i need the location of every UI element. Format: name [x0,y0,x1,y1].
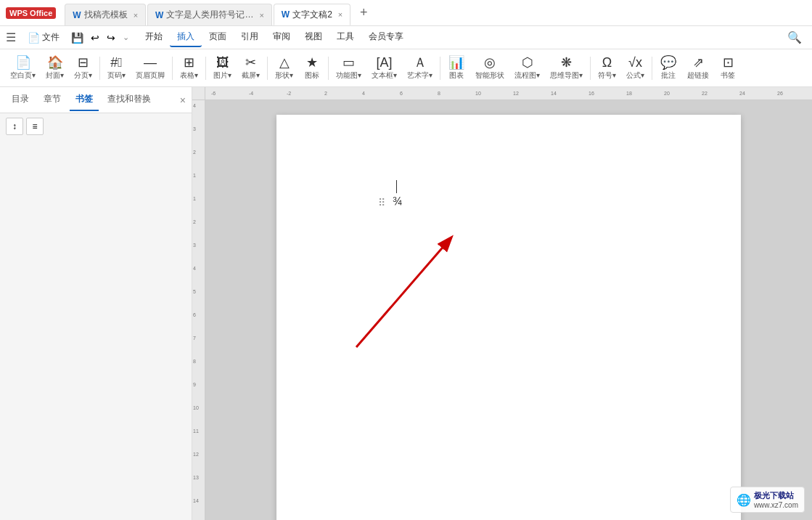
tab-tab1[interactable]: W找稿壳模板× [65,4,146,25]
toolbar-btn-hyperlink[interactable]: ⇗超链接 [683,54,713,83]
h-ruler-label: 14 [551,91,557,96]
save-icon[interactable]: 💾 [68,31,86,45]
toolbar-btn-comment[interactable]: 💬批注 [655,54,681,83]
toolbar-btn-shapes[interactable]: △形状▾ [271,54,298,83]
toolbar-btn-mindmap[interactable]: ❋思维导图▾ [546,54,587,83]
formula-icon: √x [628,56,642,69]
sidebar-tab-bar: 目录章节书签查找和替换× [0,87,192,113]
cover-icon: 🏠 [47,56,63,69]
h-ruler-label: 22 [702,91,708,96]
v-ruler-label: 2 [193,219,196,224]
tab-close-tab3[interactable]: × [338,10,343,19]
document-page[interactable]: ⠿ ¾ [276,115,741,520]
menu-items: 开始插入页面引用审阅视图工具会员专享 [138,28,411,47]
toolbar-btn-art-text[interactable]: Ａ艺术字▾ [403,54,437,83]
sidebar-tab-bookmark[interactable]: 书签 [70,89,99,111]
mindmap-icon: ❋ [561,56,572,69]
table-icon: ⊞ [184,56,194,69]
toolbar-btn-blank-page[interactable]: 📄空白页▾ [6,54,40,83]
screenshot-icon: ✂ [245,56,256,69]
watermark-logo-icon: 🌐 [737,493,751,507]
tab-label-tab3: 文字文稿2 [292,9,332,21]
comment-icon: 💬 [660,56,676,69]
horizontal-ruler: -6-4-224681012141618202224262830 [205,87,812,100]
document-scroll-area[interactable]: ⠿ ¾ [205,100,812,520]
search-icon[interactable]: 🔍 [783,29,806,46]
v-ruler-label: 11 [193,428,199,434]
blank-page-icon: 📄 [15,56,31,69]
sidebar-tab-chapter[interactable]: 章节 [38,89,67,111]
ruler-area: -6-4-224681012141618202224262830 4321123… [192,87,812,520]
tab-bar: W找稿壳模板×W文字是人类用符号记录表达信息以…×W文字文稿2× [65,0,350,25]
toolbar-btn-smartshape[interactable]: ◎智能形状 [471,54,509,83]
toolbar-btn-picture[interactable]: 🖼图片▾ [209,54,236,83]
v-ruler-label: 8 [193,359,196,364]
tab-tab2[interactable]: W文字是人类用符号记录表达信息以…× [147,4,272,25]
toolbar-btn-chart[interactable]: 📊图表 [443,54,469,83]
v-ruler-label: 13 [193,475,199,480]
tab-tab3[interactable]: W文字文稿2× [274,4,350,25]
sidebar-close-button[interactable]: × [180,94,186,106]
toolbar-btn-textbox[interactable]: ▭功能图▾ [332,54,366,83]
toolbar-btn-textbox2[interactable]: [A]文本框▾ [367,54,401,83]
menu-file-label: 文件 [42,31,60,44]
hamburger-menu[interactable]: ☰ [6,31,16,44]
v-ruler-label: 1 [193,196,196,201]
new-tab-button[interactable]: + [353,3,374,23]
v-ruler-label: 6 [193,312,196,317]
tab-label-tab2: 文字是人类用符号记录表达信息以… [166,9,253,21]
h-ruler-label: 6 [400,91,403,96]
sort-bookmark-button[interactable]: ↕ [6,118,23,135]
header-footer-icon: — [144,56,157,69]
red-arrow-annotation [335,202,494,362]
main-layout: 目录章节书签查找和替换× ↕ ≡ -6-4-224681012141618202… [0,87,812,520]
content-row: 4321123456789101112131415 ⠿ ¾ [192,100,812,520]
menu-ref[interactable]: 引用 [234,28,266,47]
h-ruler-label: 26 [777,91,783,96]
menu-insert[interactable]: 插入 [170,28,202,47]
h-ruler-label: 24 [739,91,745,96]
h-ruler-label: 10 [475,91,481,96]
fraction-symbol: ¾ [393,195,402,208]
menu-file[interactable]: 📄 文件 [20,28,67,46]
more-icon[interactable]: ⌄ [120,31,132,44]
toolbar-btn-screenshot[interactable]: ✂截屏▾ [237,54,264,83]
sidebar-tab-findreplace[interactable]: 查找和替换 [102,89,157,111]
toolbar-btn-icons[interactable]: ★图标 [299,54,325,83]
toolbar-btn-page-num[interactable]: #⃣页码▾ [103,54,130,83]
list-icon: ≡ [32,121,37,131]
undo-icon[interactable]: ↩ [88,31,102,45]
picture-icon: 🖼 [216,56,229,69]
tab-icon-tab3: W [282,9,290,20]
toolbar-btn-symbol[interactable]: Ω符号▾ [594,54,620,83]
menu-vip[interactable]: 会员专享 [361,28,411,47]
toolbar-btn-bookmark[interactable]: ⊡书签 [715,54,741,83]
toolbar-separator [440,57,440,80]
sort-icon: ↕ [12,121,17,131]
page-num-icon: #⃣ [110,56,123,69]
toolbar-btn-table[interactable]: ⊞表格▾ [176,54,202,83]
sidebar-tab-toc[interactable]: 目录 [6,89,35,111]
menu-tools[interactable]: 工具 [329,28,361,47]
vertical-ruler: 4321123456789101112131415 [192,100,205,520]
top-ruler-row: -6-4-224681012141618202224262830 [192,87,812,100]
wps-logo: WPS Office [6,7,56,19]
toolbar-btn-header-footer[interactable]: —页眉页脚 [131,54,169,83]
toolbar-btn-divider[interactable]: ⊟分页▾ [70,54,97,83]
toolbar-btn-flowchart[interactable]: ⬡流程图▾ [510,54,544,83]
list-view-button[interactable]: ≡ [26,118,44,135]
tab-close-tab2[interactable]: × [259,11,263,20]
redo-icon[interactable]: ↪ [104,31,118,45]
menu-view[interactable]: 视图 [298,28,329,47]
toolbar-btn-cover[interactable]: 🏠封面▾ [41,54,68,83]
menu-review[interactable]: 审阅 [266,28,298,47]
bookmark-icon: ⊡ [723,56,734,69]
smartshape-icon: ◎ [484,56,496,69]
h-ruler-label: 18 [626,91,632,96]
toolbar-btn-formula[interactable]: √x公式▾ [622,54,649,83]
menu-layout[interactable]: 页面 [202,28,234,47]
tab-close-tab1[interactable]: × [134,11,138,20]
v-ruler-label: 12 [193,452,199,457]
icons-icon: ★ [306,56,318,69]
menu-home[interactable]: 开始 [138,28,170,47]
